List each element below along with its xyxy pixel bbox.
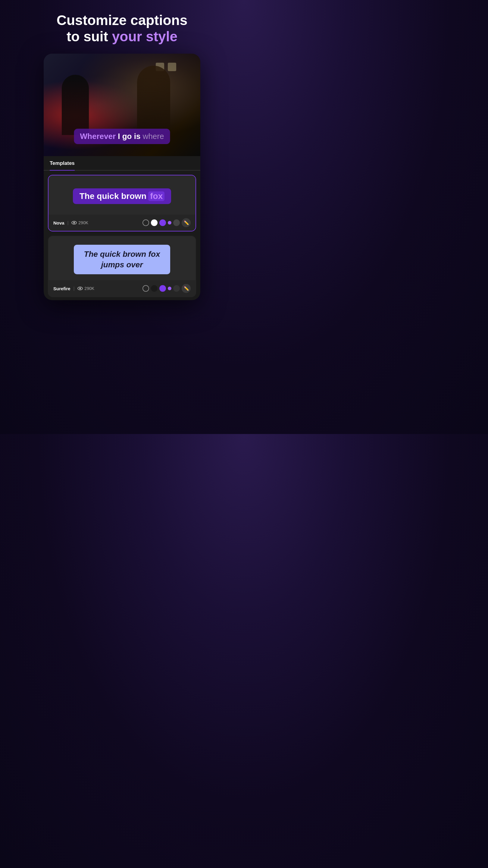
nova-color-purple[interactable] — [159, 219, 166, 226]
template-card-surefire[interactable]: The quick brown fox jumps over Surefire … — [48, 236, 196, 297]
nova-footer: Nova | 290K ✏️ — [48, 215, 195, 231]
eye-icon-nova — [71, 221, 77, 224]
caption-word3: where — [143, 132, 164, 141]
nova-divider: | — [67, 220, 69, 225]
page-title: Customize captions to suit your style — [57, 12, 188, 44]
nova-edit-btn[interactable]: ✏️ — [182, 218, 191, 227]
surefire-color-dark[interactable] — [173, 285, 180, 292]
surefire-views: 290K — [77, 286, 94, 291]
surefire-view-count: 290K — [84, 286, 94, 291]
surefire-color-black[interactable] — [151, 285, 158, 292]
nova-views: 290K — [71, 220, 88, 225]
figure-right — [137, 66, 170, 135]
nova-caption: The quick brown fox — [73, 188, 171, 204]
surefire-color-purple[interactable] — [159, 285, 166, 292]
window-light-2 — [168, 63, 176, 71]
templates-tab-label[interactable]: Templates — [50, 160, 75, 170]
title-line2: to suit your style — [57, 28, 188, 44]
templates-section: Templates The quick brown fox Nova | — [44, 156, 200, 300]
title-line2-purple: your style — [112, 29, 177, 44]
eye-icon-surefire — [77, 287, 83, 290]
title-line1: Customize captions — [57, 12, 188, 28]
surefire-divider: | — [73, 286, 75, 291]
surefire-edit-btn[interactable]: ✏️ — [182, 284, 191, 293]
surefire-name-group: Surefire | 290K — [53, 286, 94, 291]
surefire-template-name: Surefire — [53, 286, 70, 291]
surefire-footer: Surefire | 290K ✏️ — [48, 280, 195, 297]
nova-color-white[interactable] — [151, 219, 158, 226]
phone-card: Wherever I go is where Templates The qui… — [44, 54, 200, 300]
nova-caption-text: The quick brown — [79, 191, 147, 201]
nova-caption-highlight: fox — [148, 191, 164, 201]
caption-word1: Wherever — [80, 132, 116, 141]
surefire-caption: The quick brown fox jumps over — [74, 245, 170, 274]
nova-edit-icon: ✏️ — [184, 220, 189, 225]
surefire-edit-icon: ✏️ — [184, 286, 189, 291]
template-card-nova[interactable]: The quick brown fox Nova | 290K — [48, 175, 196, 231]
nova-template-name: Nova — [53, 220, 64, 225]
nova-name-group: Nova | 290K — [53, 220, 88, 225]
surefire-caption-text: The quick brown fox jumps over — [84, 250, 160, 269]
caption-overlay: Wherever I go is where — [74, 129, 170, 144]
caption-word2: I go is — [116, 132, 143, 141]
template-cards-list: The quick brown fox Nova | 290K — [44, 170, 200, 297]
surefire-preview: The quick brown fox jumps over — [48, 236, 195, 280]
title-line2-normal: to suit — [67, 29, 112, 44]
figure-left — [62, 75, 89, 135]
nova-view-count: 290K — [78, 220, 88, 225]
video-preview: Wherever I go is where — [44, 54, 200, 156]
nova-color-ghost[interactable] — [142, 219, 149, 226]
nova-preview: The quick brown fox — [48, 176, 195, 215]
nova-color-light-purple[interactable] — [168, 221, 171, 224]
templates-tab-bar: Templates — [44, 156, 200, 170]
nova-controls: ✏️ — [142, 218, 191, 227]
surefire-color-ghost[interactable] — [142, 285, 149, 292]
nova-color-dark[interactable] — [173, 219, 180, 226]
surefire-controls: ✏️ — [142, 284, 191, 293]
surefire-color-light[interactable] — [168, 287, 171, 290]
